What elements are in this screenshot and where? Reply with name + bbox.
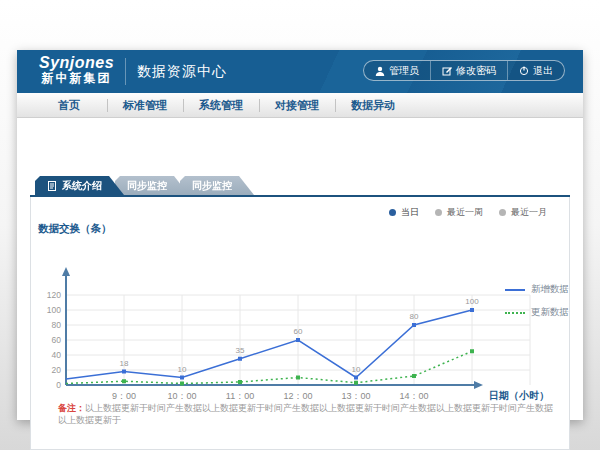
radio-dot-icon — [389, 209, 396, 216]
chart-wrap: 0204060801001209：0010：0011：0012：0013：001… — [31, 236, 571, 382]
svg-text:13：00: 13：00 — [341, 391, 370, 401]
legend-label: 新增数据 — [531, 283, 569, 296]
svg-text:120: 120 — [47, 290, 61, 300]
y-axis-title: 数据交换（条） — [38, 222, 112, 236]
svg-text:10: 10 — [352, 365, 361, 374]
svg-text:80: 80 — [410, 312, 419, 321]
radio-dot-icon — [435, 209, 442, 216]
svg-text:10：00: 10：00 — [167, 391, 196, 401]
legend-item[interactable]: 新增数据 — [505, 283, 569, 296]
user-button[interactable]: 管理员 — [364, 61, 430, 80]
logout-button[interactable]: 退出 — [507, 61, 564, 80]
time-range-option[interactable]: 当日 — [389, 206, 419, 219]
app-window: Synjones 新中新集团 数据资源中心 管理员修改密码退出 首页标准管理系统… — [17, 50, 583, 420]
radio-label: 当日 — [401, 206, 419, 219]
radio-label: 最近一周 — [447, 206, 483, 219]
svg-text:100: 100 — [465, 297, 479, 306]
footnote-text: 以上数据更新于时间产生数据以上数据更新于时间产生数据以上数据更新于时间产生数据以… — [58, 403, 553, 425]
svg-text:40: 40 — [52, 350, 62, 360]
time-range-group: 当日最近一周最近一月 — [389, 206, 547, 219]
legend-line-icon — [505, 312, 525, 314]
user-icon — [375, 66, 385, 76]
button-label: 退出 — [533, 64, 553, 78]
legend-line-icon — [505, 289, 525, 291]
time-range-option[interactable]: 最近一月 — [499, 206, 547, 219]
tab-label: 同步监控 — [192, 179, 232, 193]
radio-dot-icon — [499, 209, 506, 216]
chart-panel: 当日最近一周最近一月 数据交换（条） 0204060801001209：0010… — [30, 197, 570, 450]
svg-text:18: 18 — [120, 359, 129, 368]
tab-label: 同步监控 — [127, 179, 167, 193]
button-label: 修改密码 — [456, 64, 496, 78]
tab-bar: 系统介绍同步监控同步监控 — [35, 176, 254, 195]
legend-label: 更新数据 — [531, 306, 569, 319]
radio-label: 最近一月 — [511, 206, 547, 219]
nav-item[interactable]: 数据异动 — [335, 93, 411, 117]
line-chart: 0204060801001209：0010：0011：0012：0013：001… — [31, 236, 571, 416]
svg-text:35: 35 — [236, 346, 245, 355]
svg-text:14：00: 14：00 — [399, 391, 428, 401]
footnote: 备注：以上数据更新于时间产生数据以上数据更新于时间产生数据以上数据更新于时间产生… — [58, 403, 558, 426]
svg-text:60: 60 — [52, 335, 62, 345]
header-actions: 管理员修改密码退出 — [363, 60, 565, 81]
nav-item[interactable]: 首页 — [31, 93, 107, 117]
nav-item[interactable]: 标准管理 — [107, 93, 183, 117]
chart-legend: 新增数据更新数据 — [505, 283, 569, 319]
content-area: 系统介绍同步监控同步监控 当日最近一周最近一月 数据交换（条） 02040608… — [17, 118, 583, 420]
svg-text:日期（小时）: 日期（小时） — [489, 390, 549, 401]
svg-text:80: 80 — [52, 320, 62, 330]
nav-item[interactable]: 系统管理 — [183, 93, 259, 117]
document-icon — [47, 181, 57, 191]
button-label: 管理员 — [389, 64, 419, 78]
logo-subtitle: 新中新集团 — [39, 72, 114, 85]
tab[interactable]: 系统介绍 — [35, 176, 124, 195]
edit-icon — [442, 66, 452, 76]
nav-item[interactable]: 对接管理 — [259, 93, 335, 117]
logout-icon — [519, 66, 529, 76]
legend-item[interactable]: 更新数据 — [505, 306, 569, 319]
tab[interactable]: 同步监控 — [180, 176, 254, 195]
header: Synjones 新中新集团 数据资源中心 管理员修改密码退出 — [17, 50, 583, 93]
svg-text:12：00: 12：00 — [283, 391, 312, 401]
svg-text:11：00: 11：00 — [226, 391, 254, 401]
svg-text:10: 10 — [178, 365, 187, 374]
svg-text:9：00: 9：00 — [112, 391, 136, 401]
logo-title: Synjones — [39, 54, 114, 72]
svg-text:100: 100 — [47, 305, 61, 315]
logo: Synjones 新中新集团 — [39, 54, 114, 85]
footnote-prefix: 备注： — [58, 403, 85, 413]
tab-label: 系统介绍 — [62, 179, 102, 193]
tab[interactable]: 同步监控 — [115, 176, 189, 195]
time-range-option[interactable]: 最近一周 — [435, 206, 483, 219]
svg-text:20: 20 — [52, 365, 62, 375]
svg-text:0: 0 — [56, 380, 61, 390]
edit-button[interactable]: 修改密码 — [430, 61, 507, 80]
svg-text:60: 60 — [294, 327, 303, 336]
header-divider — [125, 58, 126, 85]
page-title: 数据资源中心 — [137, 63, 227, 81]
main-nav: 首页标准管理系统管理对接管理数据异动 — [17, 93, 583, 118]
